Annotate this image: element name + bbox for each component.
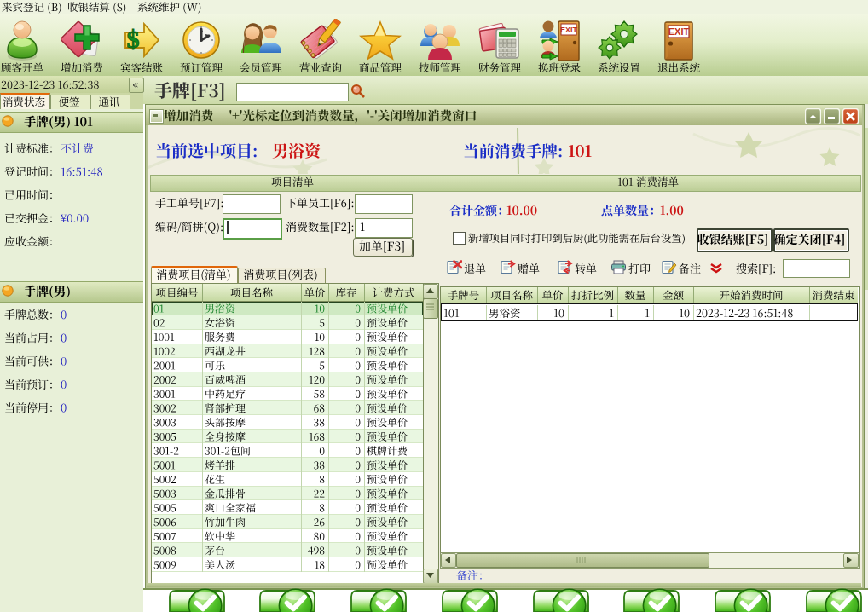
svg-text:EXIT: EXIT: [560, 26, 578, 34]
svg-text:EXIT: EXIT: [668, 26, 690, 37]
svg-text:$: $: [127, 25, 140, 53]
